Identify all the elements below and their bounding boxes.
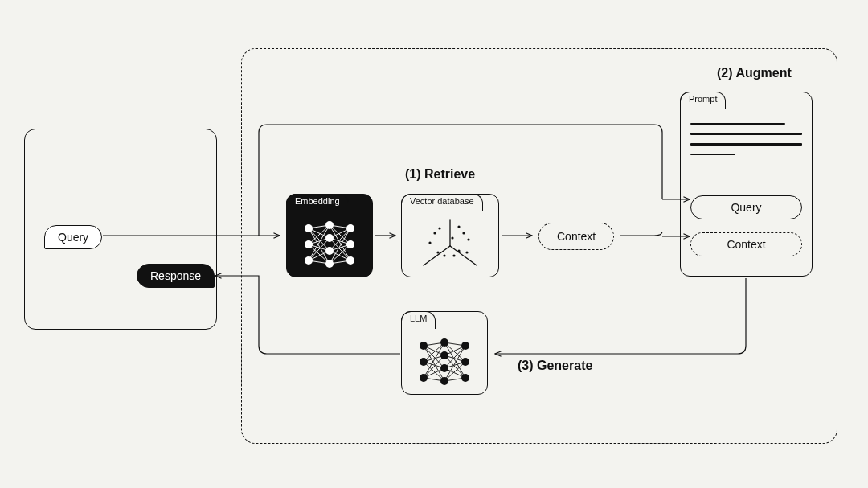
embedding-label: Embedding [286, 194, 349, 211]
svg-point-47 [465, 251, 468, 253]
svg-point-76 [440, 338, 448, 347]
llm-card: LLM [401, 311, 488, 395]
svg-point-26 [305, 256, 313, 265]
svg-point-31 [346, 224, 354, 232]
svg-point-25 [305, 240, 313, 248]
svg-point-29 [326, 247, 334, 255]
svg-point-80 [461, 342, 469, 350]
svg-point-24 [305, 224, 313, 232]
prompt-query-chip: Query [690, 195, 802, 219]
svg-point-44 [452, 254, 455, 256]
response-bubble: Response [137, 264, 215, 288]
diagram-canvas: Query Response (1) Retrieve (2) Augment … [0, 0, 868, 488]
svg-point-39 [428, 241, 431, 244]
svg-point-78 [440, 364, 448, 372]
vector-db-card: Vector database [401, 194, 499, 277]
svg-point-30 [326, 260, 334, 268]
svg-point-81 [461, 358, 469, 366]
svg-point-43 [443, 254, 445, 256]
svg-point-79 [440, 377, 448, 385]
query-bubble: Query [44, 225, 102, 249]
neural-net-icon [287, 212, 372, 277]
llm-label: LLM [401, 311, 436, 329]
prompt-box: Prompt Query Context [680, 92, 813, 277]
svg-point-33 [346, 256, 354, 265]
svg-point-27 [326, 221, 334, 229]
vector-space-icon [402, 212, 498, 277]
svg-point-41 [462, 232, 465, 234]
stage-retrieve-label: (1) Retrieve [405, 167, 475, 182]
svg-point-42 [467, 238, 469, 240]
prompt-title: Prompt [680, 92, 726, 109]
svg-point-75 [420, 374, 428, 382]
svg-point-74 [420, 358, 428, 366]
stage-augment-label: (2) Augment [717, 66, 792, 80]
svg-point-38 [438, 227, 440, 229]
svg-point-40 [457, 225, 460, 228]
svg-point-77 [440, 351, 448, 359]
prompt-text-lines [690, 123, 802, 163]
vector-db-label: Vector database [401, 194, 483, 211]
svg-point-46 [436, 251, 439, 253]
svg-point-32 [346, 240, 354, 248]
svg-point-73 [420, 342, 428, 350]
stage-generate-label: (3) Generate [518, 359, 592, 373]
svg-point-28 [326, 234, 334, 242]
context-pill: Context [538, 223, 614, 250]
svg-line-35 [424, 246, 450, 265]
svg-point-37 [433, 232, 436, 234]
llm-icon [402, 330, 487, 394]
svg-point-82 [461, 374, 469, 382]
svg-point-45 [457, 249, 460, 252]
prompt-context-chip: Context [690, 232, 802, 256]
svg-point-48 [451, 236, 453, 239]
embedding-card: Embedding [286, 194, 373, 277]
